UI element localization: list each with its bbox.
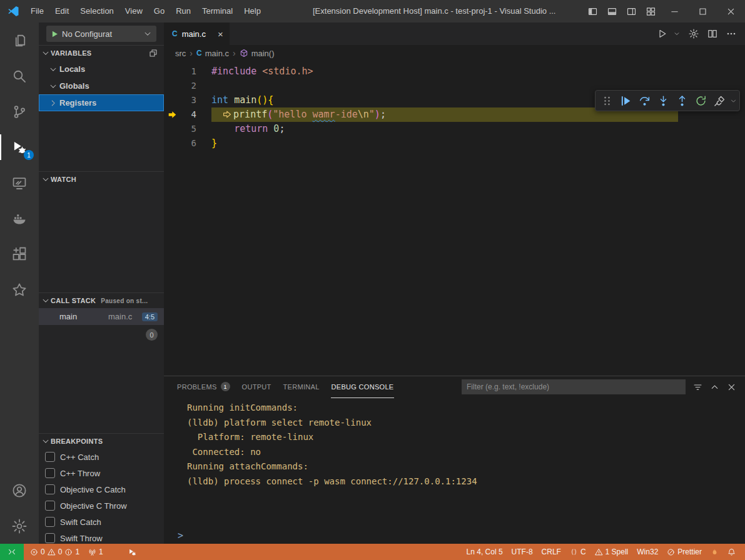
split-editor-button[interactable] xyxy=(707,29,717,39)
breakpoint-row[interactable]: Objective C Throw xyxy=(39,498,164,514)
breakpoint-row[interactable]: C++ Catch xyxy=(39,449,164,465)
console-options-icon[interactable] xyxy=(693,382,702,392)
status-platform[interactable]: Win32 xyxy=(632,544,662,560)
maximize-panel-icon[interactable] xyxy=(710,382,719,392)
minimize-button[interactable] xyxy=(661,0,689,22)
problems-status[interactable]: 0 0 1 xyxy=(26,544,84,560)
breakpoint-row[interactable]: Objective C Catch xyxy=(39,481,164,498)
panel-tab-terminal[interactable]: TERMINAL xyxy=(283,376,320,398)
forwarded-ports-status[interactable]: 1 xyxy=(84,544,108,560)
step-over-button[interactable] xyxy=(636,91,654,110)
warnings-count: 0 xyxy=(58,548,63,556)
status-cursor-position[interactable]: Ln 4, Col 5 xyxy=(462,544,507,560)
status-encoding[interactable]: UTF-8 xyxy=(507,544,537,560)
toggle-panel-button[interactable] xyxy=(602,0,622,22)
run-or-debug-button[interactable] xyxy=(657,29,667,39)
menu-terminal[interactable]: Terminal xyxy=(196,0,238,22)
call-stack-section-header[interactable]: CALL STACK Paused on st... xyxy=(39,293,164,308)
toggle-sidebar-button[interactable] xyxy=(583,0,602,22)
status-language-mode[interactable]: C xyxy=(565,544,590,560)
activitybar-run-and-debug[interactable]: 1 xyxy=(0,129,39,165)
status-notifications[interactable] xyxy=(723,544,740,560)
menu-selection[interactable]: Selection xyxy=(74,0,119,22)
activitybar-explorer[interactable] xyxy=(0,22,39,58)
activitybar-accounts[interactable] xyxy=(0,472,39,508)
variables-item-registers[interactable]: Registers xyxy=(39,94,164,111)
collapse-all-icon[interactable] xyxy=(149,49,158,58)
continue-button[interactable] xyxy=(617,91,635,110)
menu-run[interactable]: Run xyxy=(170,0,196,22)
debug-console-input-row[interactable]: > xyxy=(164,528,745,544)
stack-frame[interactable]: main main.c 4:5 xyxy=(39,308,164,325)
variables-item-globals[interactable]: Globals xyxy=(39,78,164,94)
panel-tab-output[interactable]: OUTPUT xyxy=(241,376,272,398)
step-out-button[interactable] xyxy=(673,91,691,110)
menu-go[interactable]: Go xyxy=(148,0,170,22)
menu-view[interactable]: View xyxy=(119,0,148,22)
close-panel-icon[interactable] xyxy=(727,382,736,392)
close-tab-icon[interactable]: × xyxy=(218,29,223,39)
remote-indicator[interactable] xyxy=(0,544,24,560)
breadcrumb-src[interactable]: src xyxy=(175,49,186,58)
variables-item-locals[interactable]: Locals xyxy=(39,61,164,78)
activitybar-source-control[interactable] xyxy=(0,94,39,129)
breakpoint-row[interactable]: C++ Throw xyxy=(39,465,164,481)
restart-button[interactable] xyxy=(692,91,710,110)
menu-help[interactable]: Help xyxy=(238,0,266,22)
activitybar-search[interactable] xyxy=(0,58,39,94)
breakpoint-checkbox[interactable] xyxy=(45,517,55,527)
more-actions-button[interactable] xyxy=(726,29,736,39)
activitybar-favorites[interactable] xyxy=(0,272,39,308)
status-spell-checker[interactable]: 1 Spell xyxy=(590,544,633,560)
activitybar-extensions[interactable] xyxy=(0,236,39,272)
console-line: Connected: no xyxy=(187,445,745,460)
activitybar-manage[interactable] xyxy=(0,508,39,544)
console-filter-input[interactable] xyxy=(462,379,686,394)
activitybar-docker[interactable] xyxy=(0,201,39,236)
menubar: FileEditSelectionViewGoRunTerminalHelp xyxy=(25,0,266,22)
close-window-button[interactable] xyxy=(717,0,745,22)
ports-count: 1 xyxy=(99,548,103,556)
remote-icon xyxy=(8,548,16,556)
breakpoint-row[interactable]: Swift Catch xyxy=(39,514,164,530)
launch-configuration-dropdown[interactable]: No Configurat xyxy=(46,26,156,42)
bell-icon xyxy=(727,548,736,556)
menu-file[interactable]: File xyxy=(25,0,49,22)
activitybar-remote-explorer[interactable] xyxy=(0,165,39,201)
disconnect-button[interactable] xyxy=(711,91,729,110)
code-editor[interactable]: 1#include <stdio.h>23int main(){4 printf… xyxy=(164,61,745,376)
breadcrumb-main-c[interactable]: Cmain.c xyxy=(196,49,229,58)
breakpoint-checkbox[interactable] xyxy=(45,533,55,543)
status-eol[interactable]: CRLF xyxy=(537,544,565,560)
status-prettier[interactable]: Prettier xyxy=(662,544,706,560)
chevron-down-icon[interactable] xyxy=(729,98,737,104)
flame-icon xyxy=(711,548,719,556)
debug-current-line-arrow-icon[interactable] xyxy=(164,110,180,119)
step-into-button[interactable] xyxy=(654,91,672,110)
start-debugging-icon[interactable] xyxy=(51,30,59,38)
debug-configure-button[interactable] xyxy=(689,29,699,39)
panel-tab-problems[interactable]: PROBLEMS1 xyxy=(176,376,231,398)
breakpoint-checkbox[interactable] xyxy=(45,501,55,511)
breakpoints-section-header[interactable]: BREAKPOINTS xyxy=(39,434,164,449)
debug-session-status[interactable] xyxy=(124,544,141,560)
panel-tab-debug-console[interactable]: DEBUG CONSOLE xyxy=(331,376,395,398)
breadcrumb-main[interactable]: main() xyxy=(240,49,275,58)
maximize-button[interactable] xyxy=(689,0,717,22)
tab-main-c[interactable]: C main.c × xyxy=(164,22,230,45)
customize-layout-button[interactable] xyxy=(641,0,661,22)
breadcrumb-separator-icon: › xyxy=(233,48,236,58)
menu-edit[interactable]: Edit xyxy=(49,0,74,22)
toggle-secondary-sidebar-button[interactable] xyxy=(622,0,641,22)
status-bar: 0 0 1 1 Ln 4, Col 5UTF-8CRLFC1 SpellWin3… xyxy=(0,544,745,560)
gripper-icon xyxy=(601,95,613,107)
drag-handle-button[interactable] xyxy=(598,91,616,110)
watch-section-header[interactable]: WATCH xyxy=(39,172,164,187)
breakpoint-checkbox[interactable] xyxy=(45,452,55,462)
breakpoint-checkbox[interactable] xyxy=(45,468,55,478)
breakpoint-row[interactable]: Swift Throw xyxy=(39,530,164,544)
variables-section-header[interactable]: VARIABLES xyxy=(39,46,164,61)
status-flame[interactable] xyxy=(706,544,723,560)
chevron-down-icon[interactable] xyxy=(676,31,680,37)
breakpoint-checkbox[interactable] xyxy=(45,484,55,494)
